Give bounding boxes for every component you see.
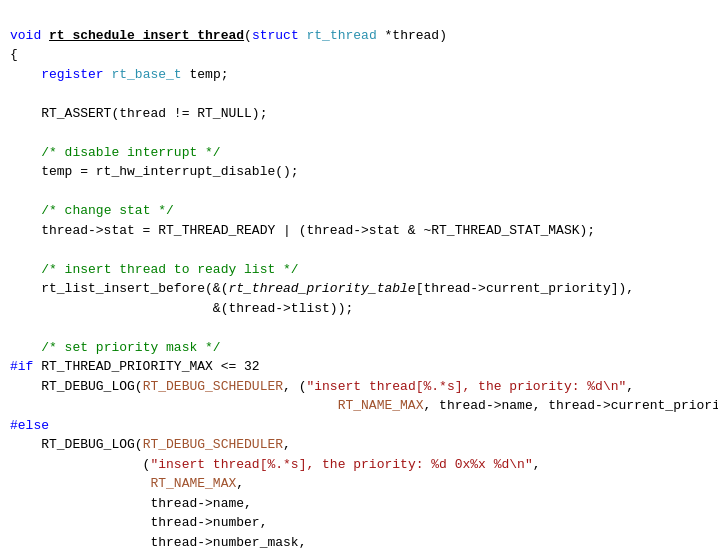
line-25: thread->name, [10, 496, 252, 511]
line-26: thread->number, [10, 515, 267, 530]
line-5: RT_ASSERT(thread != RT_NULL); [10, 106, 267, 121]
line-7: /* disable interrupt */ [10, 145, 221, 160]
line-22: RT_DEBUG_LOG(RT_DEBUG_SCHEDULER, [10, 437, 291, 452]
line-18: #if RT_THREAD_PRIORITY_MAX <= 32 [10, 359, 260, 374]
line-17: /* set priority mask */ [10, 340, 221, 355]
line-21: #else [10, 418, 49, 433]
line-10: /* change stat */ [10, 203, 174, 218]
line-23: ("insert thread[%.*s], the priority: %d … [10, 457, 541, 472]
line-3: register rt_base_t temp; [10, 67, 228, 82]
line-14: rt_list_insert_before(&(rt_thread_priori… [10, 281, 634, 296]
line-1: void rt_schedule_insert_thread(struct rt… [10, 28, 447, 43]
line-27: thread->number_mask, [10, 535, 306, 550]
code-block: void rt_schedule_insert_thread(struct rt… [0, 0, 718, 556]
line-13: /* insert thread to ready list */ [10, 262, 299, 277]
line-8: temp = rt_hw_interrupt_disable(); [10, 164, 299, 179]
line-20: RT_NAME_MAX, thread->name, thread->curre… [10, 398, 718, 413]
line-24: RT_NAME_MAX, [10, 476, 244, 491]
line-11: thread->stat = RT_THREAD_READY | (thread… [10, 223, 595, 238]
line-2: { [10, 47, 18, 62]
line-15: &(thread->tlist)); [10, 301, 353, 316]
line-19: RT_DEBUG_LOG(RT_DEBUG_SCHEDULER, ("inser… [10, 379, 634, 394]
